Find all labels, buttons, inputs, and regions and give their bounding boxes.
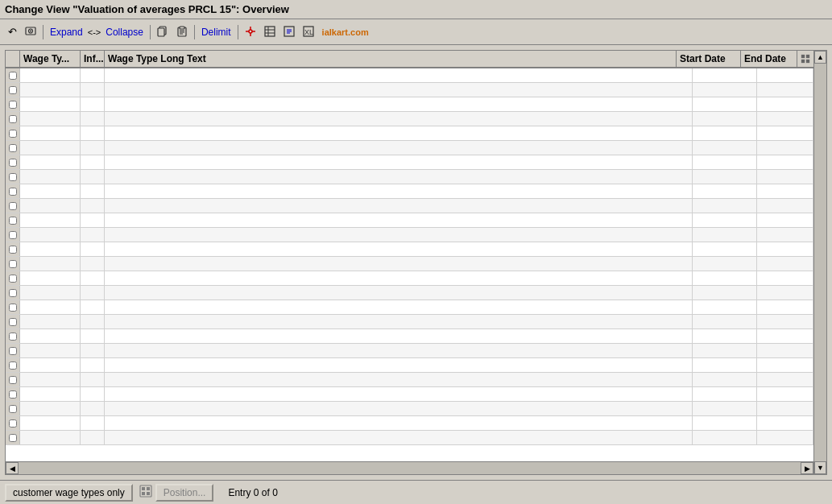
scroll-down-button[interactable]: ▼ (814, 461, 826, 474)
row-checkbox[interactable] (6, 344, 20, 357)
row-checkbox[interactable] (6, 387, 20, 401)
end-date-cell (757, 213, 813, 227)
row-checkbox[interactable] (6, 155, 20, 169)
table-row[interactable] (6, 271, 813, 286)
long-text-cell (105, 315, 693, 328)
inf-cell (81, 83, 105, 97)
table-row[interactable] (6, 373, 813, 387)
table-row[interactable] (6, 431, 813, 445)
export-btn[interactable]: XL (300, 23, 317, 41)
separator-4 (238, 25, 238, 39)
row-checkbox[interactable] (6, 184, 20, 198)
vertical-scrollbar[interactable]: ▲ ▼ (813, 51, 826, 474)
table-row[interactable] (6, 141, 813, 155)
table-row[interactable] (6, 112, 813, 126)
table-row[interactable] (6, 257, 813, 271)
table-row[interactable] (6, 358, 813, 373)
paste-button[interactable] (173, 23, 191, 41)
copy-button[interactable] (154, 23, 172, 41)
delimit-button[interactable]: Delimit (198, 25, 234, 39)
row-checkbox[interactable] (6, 126, 20, 140)
table-row[interactable] (6, 329, 813, 344)
end-date-cell (757, 286, 813, 300)
row-checkbox[interactable] (6, 257, 20, 271)
row-checkbox[interactable] (6, 97, 20, 111)
long-text-cell (105, 199, 693, 213)
row-checkbox[interactable] (6, 271, 20, 285)
wage-type-cell (20, 126, 81, 140)
table-row[interactable] (6, 344, 813, 358)
row-checkbox[interactable] (6, 373, 20, 386)
svg-rect-27 (801, 60, 805, 63)
scroll-up-button[interactable]: ▲ (814, 51, 826, 64)
table-row[interactable] (6, 68, 813, 83)
start-date-cell (693, 242, 757, 256)
table-row[interactable] (6, 242, 813, 257)
expand-button[interactable]: Expand (47, 25, 86, 39)
table-row[interactable] (6, 416, 813, 431)
row-checkbox[interactable] (6, 431, 20, 444)
table-row[interactable] (6, 387, 813, 402)
svg-rect-30 (142, 487, 145, 490)
row-checkbox[interactable] (6, 402, 20, 415)
long-text-cell (105, 257, 693, 271)
row-checkbox[interactable] (6, 112, 20, 126)
col-header-long-text: Wage Type Long Text (105, 51, 677, 67)
table-row[interactable] (6, 228, 813, 242)
horizontal-scrollbar[interactable]: ◀ ▶ (6, 461, 813, 474)
table-row[interactable] (6, 213, 813, 228)
scroll-track-h[interactable] (19, 462, 801, 474)
table-row[interactable] (6, 170, 813, 184)
table-row[interactable] (6, 155, 813, 170)
row-checkbox[interactable] (6, 286, 20, 300)
customer-wage-types-button[interactable]: customer wage types only (5, 484, 133, 502)
table-row[interactable] (6, 286, 813, 300)
settings-btn-1[interactable] (242, 23, 259, 41)
row-checkbox[interactable] (6, 68, 20, 82)
table-row[interactable] (6, 199, 813, 213)
inf-cell (81, 344, 105, 357)
row-checkbox[interactable] (6, 358, 20, 372)
row-checkbox[interactable] (6, 170, 20, 184)
scroll-track-v[interactable] (814, 64, 826, 461)
table-view-btn[interactable] (261, 23, 279, 41)
position-button[interactable]: Position... (155, 484, 214, 502)
inf-cell (81, 315, 105, 328)
start-date-cell (693, 431, 757, 444)
row-checkbox[interactable] (6, 315, 20, 328)
row-checkbox[interactable] (6, 228, 20, 242)
collapse-button[interactable]: Collapse (102, 25, 147, 39)
table-row[interactable] (6, 83, 813, 97)
inf-cell (81, 358, 105, 372)
row-checkbox[interactable] (6, 199, 20, 213)
wage-type-cell (20, 286, 81, 300)
start-date-cell (693, 344, 757, 357)
table-row[interactable] (6, 315, 813, 329)
scroll-right-button[interactable]: ▶ (801, 462, 813, 474)
col-settings-btn[interactable] (797, 51, 813, 67)
wage-type-cell (20, 431, 81, 444)
table-row[interactable] (6, 97, 813, 112)
table-row[interactable] (6, 402, 813, 416)
table-wrapper: Wage Ty... Inf... Wage Type Long Text St… (6, 51, 826, 474)
row-checkbox[interactable] (6, 416, 20, 430)
info-btn[interactable] (280, 23, 298, 41)
end-date-cell (757, 257, 813, 271)
svg-rect-26 (806, 55, 809, 58)
table-row[interactable] (6, 300, 813, 315)
scroll-left-button[interactable]: ◀ (6, 462, 19, 474)
display-button[interactable] (22, 23, 39, 41)
row-checkbox[interactable] (6, 329, 20, 343)
table-row[interactable] (6, 126, 813, 141)
row-checkbox[interactable] (6, 300, 20, 314)
end-date-cell (757, 402, 813, 415)
row-checkbox[interactable] (6, 141, 20, 155)
row-checkbox[interactable] (6, 213, 20, 227)
table-row[interactable] (6, 184, 813, 199)
toolbar: ↶ Expand <-> Collapse (0, 19, 832, 45)
row-checkbox[interactable] (6, 83, 20, 97)
select-all-col (6, 51, 20, 67)
row-checkbox[interactable] (6, 242, 20, 256)
inf-cell (81, 387, 105, 401)
undo-button[interactable]: ↶ (5, 23, 20, 40)
